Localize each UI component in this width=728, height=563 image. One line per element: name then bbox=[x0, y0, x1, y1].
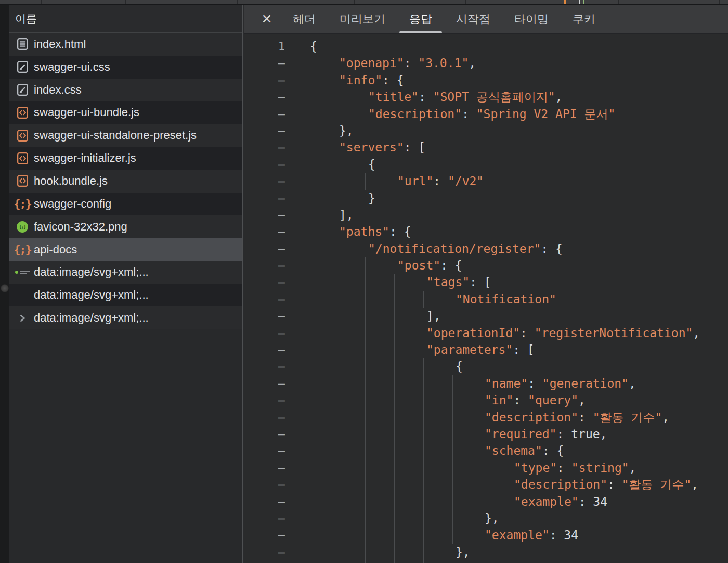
code-text: { bbox=[456, 560, 463, 563]
ruler-tick bbox=[354, 0, 355, 4]
code-line: –"parameters": [ bbox=[244, 341, 728, 358]
indent-guide bbox=[482, 459, 482, 476]
indent-guide bbox=[336, 544, 336, 560]
request-row[interactable]: {;}api-docs bbox=[9, 238, 242, 261]
indent-guide bbox=[394, 527, 395, 543]
code-text: "url": "/v2" bbox=[397, 173, 484, 189]
indent-guide bbox=[307, 106, 307, 122]
code-line: –], bbox=[244, 308, 728, 324]
request-row[interactable]: swagger-ui-bundle.js bbox=[9, 101, 242, 124]
tab-미리보기[interactable]: 미리보기 bbox=[328, 5, 397, 33]
indent-guide bbox=[336, 442, 336, 459]
code-line: –"description": "Spring V2 API 문서" bbox=[244, 106, 728, 122]
request-name-label: data:image/svg+xml;... bbox=[34, 288, 149, 302]
code-text: "example": 34 bbox=[485, 527, 578, 543]
indent-guide bbox=[452, 426, 453, 442]
favicon-icon: {;} bbox=[15, 220, 30, 234]
request-row[interactable]: index.html bbox=[9, 33, 242, 56]
indent-guide bbox=[394, 459, 395, 476]
code-text: } bbox=[368, 190, 375, 207]
indent-guide bbox=[336, 291, 336, 308]
indent-guide bbox=[394, 341, 395, 358]
indent-guide bbox=[307, 240, 307, 257]
indent-guide bbox=[336, 257, 336, 274]
request-name-label: favicon-32x32.png bbox=[34, 220, 127, 234]
indent-guide bbox=[336, 560, 336, 563]
ruler-tick bbox=[41, 0, 42, 4]
line-gutter-marker: – bbox=[244, 375, 285, 392]
indent-guide bbox=[307, 257, 307, 274]
tab-시작점[interactable]: 시작점 bbox=[444, 5, 502, 33]
response-code-viewer[interactable]: 1{–"openapi": "3.0.1",–"info": {–"title"… bbox=[244, 34, 728, 563]
code-text: "openapi": "3.0.1", bbox=[339, 55, 476, 71]
request-row[interactable]: index.css bbox=[9, 79, 242, 101]
indent-guide bbox=[336, 527, 336, 543]
tab-응답[interactable]: 응답 bbox=[397, 5, 444, 33]
indent-guide bbox=[307, 341, 307, 358]
line-gutter-marker: – bbox=[244, 173, 285, 189]
indent-guide bbox=[336, 510, 336, 527]
indent-guide bbox=[307, 560, 307, 563]
code-line: –"name": "generation", bbox=[244, 375, 728, 392]
request-row[interactable]: {;}favicon-32x32.png bbox=[9, 215, 242, 238]
request-row[interactable]: swagger-ui.css bbox=[9, 56, 242, 79]
code-line: –"openapi": "3.0.1", bbox=[244, 55, 728, 71]
indent-guide bbox=[336, 88, 336, 105]
line-gutter-marker: – bbox=[244, 442, 285, 459]
line-gutter-marker: – bbox=[244, 106, 285, 122]
line-gutter-marker: – bbox=[244, 308, 285, 324]
code-line: –}, bbox=[244, 544, 728, 560]
code-text: "description": "활동 기수", bbox=[485, 409, 669, 426]
line-gutter-marker: – bbox=[244, 156, 285, 173]
tab-쿠키[interactable]: 쿠키 bbox=[561, 5, 607, 33]
script-icon bbox=[15, 174, 30, 188]
request-name-label: data:image/svg+xml;... bbox=[34, 311, 149, 325]
indent-guide bbox=[423, 476, 424, 493]
indent-guide bbox=[365, 426, 366, 442]
code-text: ], bbox=[426, 308, 441, 324]
request-row[interactable]: hook.bundle.js bbox=[9, 170, 242, 193]
indent-guide bbox=[452, 392, 453, 408]
indent-guide bbox=[423, 527, 424, 543]
request-row[interactable]: data:image/svg+xml;... bbox=[9, 261, 242, 284]
indent-guide bbox=[307, 426, 307, 442]
indent-guide bbox=[336, 341, 336, 358]
request-row[interactable]: swagger-initializer.js bbox=[9, 147, 242, 170]
indent-guide bbox=[452, 527, 453, 543]
script-icon bbox=[15, 105, 30, 120]
indent-guide bbox=[365, 493, 366, 510]
indent-guide bbox=[423, 392, 424, 408]
request-row[interactable]: {;}swagger-config bbox=[9, 193, 242, 215]
indent-guide bbox=[394, 291, 395, 308]
close-icon[interactable]: ✕ bbox=[256, 5, 278, 33]
request-row[interactable]: swagger-ui-standalone-preset.js bbox=[9, 124, 242, 147]
tab-타이밍[interactable]: 타이밍 bbox=[502, 5, 561, 33]
line-gutter-marker: – bbox=[244, 544, 285, 560]
request-detail-panel: ✕ 헤더미리보기응답시작점타이밍쿠키 1{–"openapi": "3.0.1"… bbox=[244, 5, 728, 563]
network-overview-strip[interactable] bbox=[0, 0, 728, 5]
indent-guide bbox=[452, 409, 453, 426]
line-gutter-marker: – bbox=[244, 527, 285, 543]
requests-name-column-header[interactable]: 이름 bbox=[9, 5, 242, 33]
request-row[interactable]: data:image/svg+xml;... bbox=[9, 284, 242, 306]
indent-guide bbox=[365, 257, 366, 274]
code-text: "parameters": [ bbox=[426, 341, 535, 358]
indent-guide bbox=[336, 240, 336, 257]
code-line: –{ bbox=[244, 156, 728, 173]
indent-guide bbox=[336, 409, 336, 426]
indent-guide bbox=[423, 544, 424, 560]
indent-guide bbox=[365, 325, 366, 341]
request-name-label: swagger-initializer.js bbox=[34, 151, 136, 165]
code-line: –"servers": [ bbox=[244, 139, 728, 156]
code-text: "in": "query", bbox=[485, 392, 586, 408]
indent-guide bbox=[336, 392, 336, 408]
requests-table: 이름 index.htmlswagger-ui.cssindex.cssswag… bbox=[9, 5, 243, 563]
tab-헤더[interactable]: 헤더 bbox=[281, 5, 328, 33]
request-row[interactable]: data:image/svg+xml;... bbox=[9, 306, 242, 329]
code-line: –"info": { bbox=[244, 72, 728, 88]
code-text: "paths": { bbox=[339, 223, 411, 240]
indent-guide bbox=[365, 560, 366, 563]
code-text: }, bbox=[456, 544, 470, 560]
indent-guide bbox=[307, 173, 307, 189]
indent-guide bbox=[423, 560, 424, 563]
